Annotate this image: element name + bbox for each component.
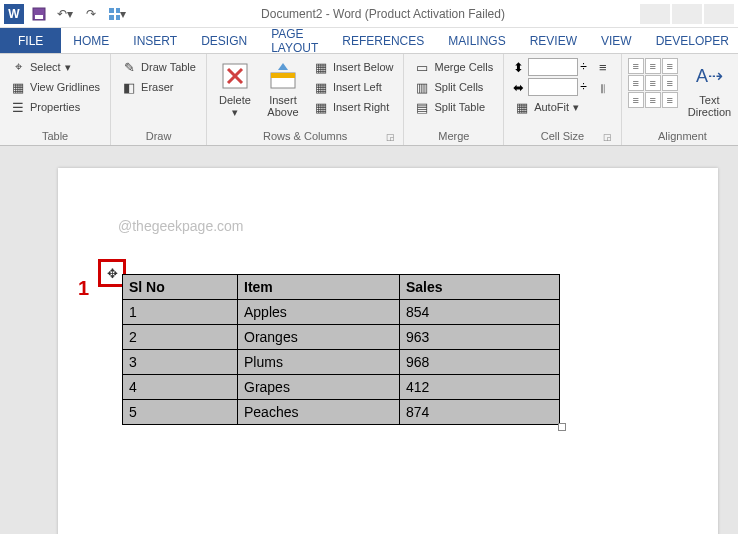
table-cell[interactable]: 5 bbox=[123, 400, 238, 425]
table-cell[interactable]: 874 bbox=[400, 400, 560, 425]
table-cell[interactable]: 3 bbox=[123, 350, 238, 375]
table-cell[interactable]: Grapes bbox=[238, 375, 400, 400]
tab-review[interactable]: REVIEW bbox=[518, 28, 589, 53]
insert-below-icon: ▦ bbox=[313, 59, 329, 75]
table-row[interactable]: 2Oranges963 bbox=[123, 325, 560, 350]
delete-button[interactable]: Delete▾ bbox=[213, 58, 257, 128]
group-label-table: Table bbox=[6, 128, 104, 145]
table-header[interactable]: Item bbox=[238, 275, 400, 300]
svg-rect-10 bbox=[271, 73, 295, 78]
table-cell[interactable]: 4 bbox=[123, 375, 238, 400]
table-move-handle-icon[interactable]: ✥ bbox=[107, 266, 118, 281]
table-cell[interactable]: 968 bbox=[400, 350, 560, 375]
split-table-button[interactable]: ▤Split Table bbox=[410, 98, 497, 116]
tab-view[interactable]: VIEW bbox=[589, 28, 644, 53]
stepper-icon[interactable]: ÷ bbox=[580, 80, 587, 94]
callout-number: 1 bbox=[78, 277, 89, 300]
page[interactable]: @thegeekpage.com 1 ✥ Sl No Item Sales 1A… bbox=[58, 168, 718, 534]
insert-right-button[interactable]: ▦Insert Right bbox=[309, 98, 398, 116]
group-label-rowscols: Rows & Columns◲ bbox=[213, 128, 398, 145]
table-cell[interactable]: 1 bbox=[123, 300, 238, 325]
svg-rect-3 bbox=[116, 8, 120, 13]
tab-insert[interactable]: INSERT bbox=[121, 28, 189, 53]
align-bc[interactable]: ≡ bbox=[645, 92, 661, 108]
merge-cells-button[interactable]: ▭Merge Cells bbox=[410, 58, 497, 76]
table-resize-handle-icon[interactable] bbox=[558, 423, 566, 431]
document-table-wrap: Sl No Item Sales 1Apples8542Oranges9633P… bbox=[122, 274, 560, 425]
save-icon[interactable] bbox=[30, 5, 48, 23]
properties-button[interactable]: ☰Properties bbox=[6, 98, 104, 116]
text-direction-button[interactable]: A⇢ Text Direction bbox=[682, 58, 737, 128]
customize-qat-icon[interactable]: ▾ bbox=[108, 5, 126, 23]
tab-design[interactable]: DESIGN bbox=[189, 28, 259, 53]
table-row[interactable]: 4Grapes412 bbox=[123, 375, 560, 400]
table-row[interactable]: 1Apples854 bbox=[123, 300, 560, 325]
align-bl[interactable]: ≡ bbox=[628, 92, 644, 108]
table-cell[interactable]: 2 bbox=[123, 325, 238, 350]
table-cell[interactable]: 854 bbox=[400, 300, 560, 325]
tab-mailings[interactable]: MAILINGS bbox=[436, 28, 517, 53]
stepper-icon[interactable]: ÷ bbox=[580, 60, 587, 74]
distribute-cols-icon: ⦀ bbox=[595, 81, 611, 97]
row-height-input[interactable] bbox=[528, 58, 578, 76]
table-header[interactable]: Sales bbox=[400, 275, 560, 300]
table-row[interactable]: 5Peaches874 bbox=[123, 400, 560, 425]
dialog-launcher-icon[interactable]: ◲ bbox=[385, 132, 395, 142]
table-cell[interactable]: Peaches bbox=[238, 400, 400, 425]
dialog-launcher-icon[interactable]: ◲ bbox=[603, 132, 613, 142]
redo-icon[interactable]: ↷ bbox=[82, 5, 100, 23]
group-label-alignment: Alignment bbox=[628, 128, 737, 145]
table-cell[interactable]: 963 bbox=[400, 325, 560, 350]
table-cell[interactable]: Plums bbox=[238, 350, 400, 375]
table-header[interactable]: Sl No bbox=[123, 275, 238, 300]
tab-references[interactable]: REFERENCES bbox=[330, 28, 436, 53]
tab-file[interactable]: FILE bbox=[0, 28, 61, 53]
table-cell[interactable]: 412 bbox=[400, 375, 560, 400]
autofit-label: AutoFit bbox=[534, 101, 569, 113]
group-label-draw: Draw bbox=[117, 128, 200, 145]
distribute-rows-button[interactable]: ≡ bbox=[591, 58, 615, 76]
eraser-button[interactable]: ◧Eraser bbox=[117, 78, 200, 96]
tab-developer[interactable]: DEVELOPER bbox=[644, 28, 738, 53]
insert-above-button[interactable]: Insert Above bbox=[261, 58, 305, 128]
ribbon-group-draw: ✎Draw Table ◧Eraser Draw bbox=[111, 54, 207, 145]
distribute-cols-button[interactable]: ⦀ bbox=[591, 80, 615, 98]
ribbon: ⌖Select ▾ ▦View Gridlines ☰Properties Ta… bbox=[0, 54, 738, 146]
autofit-button[interactable]: ▦AutoFit ▾ bbox=[510, 98, 587, 116]
alignment-grid: ≡≡≡ ≡≡≡ ≡≡≡ bbox=[628, 58, 678, 128]
align-br[interactable]: ≡ bbox=[662, 92, 678, 108]
undo-icon[interactable]: ↶▾ bbox=[56, 5, 74, 23]
select-button[interactable]: ⌖Select ▾ bbox=[6, 58, 104, 76]
window-title: Document2 - Word (Product Activation Fai… bbox=[126, 7, 640, 21]
table-row[interactable]: 3Plums968 bbox=[123, 350, 560, 375]
col-width-input[interactable] bbox=[528, 78, 578, 96]
insert-above-label: Insert Above bbox=[267, 94, 298, 118]
svg-rect-4 bbox=[109, 15, 114, 20]
align-mc[interactable]: ≡ bbox=[645, 75, 661, 91]
table-cell[interactable]: Oranges bbox=[238, 325, 400, 350]
table-cell[interactable]: Apples bbox=[238, 300, 400, 325]
table-header-row[interactable]: Sl No Item Sales bbox=[123, 275, 560, 300]
insert-below-button[interactable]: ▦Insert Below bbox=[309, 58, 398, 76]
tab-page-layout[interactable]: PAGE LAYOUT bbox=[259, 28, 330, 53]
insert-below-label: Insert Below bbox=[333, 61, 394, 73]
align-mr[interactable]: ≡ bbox=[662, 75, 678, 91]
gridlines-label: View Gridlines bbox=[30, 81, 100, 93]
document-table[interactable]: Sl No Item Sales 1Apples8542Oranges9633P… bbox=[122, 274, 560, 425]
align-tc[interactable]: ≡ bbox=[645, 58, 661, 74]
insert-left-button[interactable]: ▦Insert Left bbox=[309, 78, 398, 96]
view-gridlines-button[interactable]: ▦View Gridlines bbox=[6, 78, 104, 96]
align-tr[interactable]: ≡ bbox=[662, 58, 678, 74]
properties-icon: ☰ bbox=[10, 99, 26, 115]
tab-home[interactable]: HOME bbox=[61, 28, 121, 53]
svg-rect-2 bbox=[109, 8, 114, 13]
draw-table-button[interactable]: ✎Draw Table bbox=[117, 58, 200, 76]
insert-right-icon: ▦ bbox=[313, 99, 329, 115]
quick-access-toolbar: ↶▾ ↷ ▾ bbox=[30, 5, 126, 23]
split-cells-button[interactable]: ▥Split Cells bbox=[410, 78, 497, 96]
ribbon-group-merge: ▭Merge Cells ▥Split Cells ▤Split Table M… bbox=[404, 54, 504, 145]
align-tl[interactable]: ≡ bbox=[628, 58, 644, 74]
align-ml[interactable]: ≡ bbox=[628, 75, 644, 91]
autofit-icon: ▦ bbox=[514, 99, 530, 115]
group-label-cellsize: Cell Size◲ bbox=[510, 128, 615, 145]
